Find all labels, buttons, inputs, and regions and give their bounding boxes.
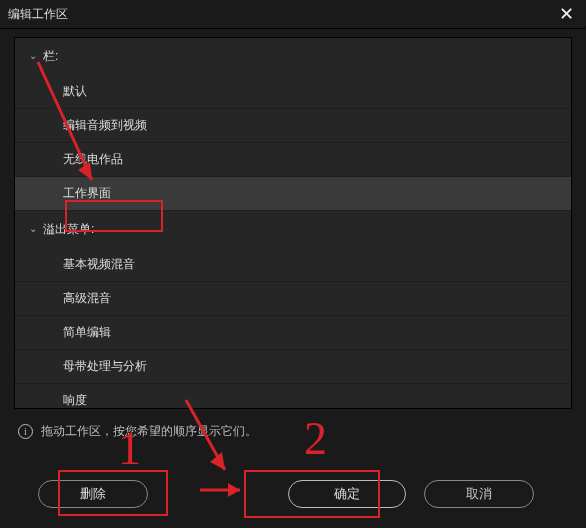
close-icon[interactable]: ✕ bbox=[555, 0, 578, 28]
list-item[interactable]: 母带处理与分析 bbox=[15, 350, 571, 384]
section-label: 溢出菜单: bbox=[43, 221, 94, 238]
section-header-overflow[interactable]: ⌄ 溢出菜单: bbox=[15, 211, 571, 248]
hint-text: 拖动工作区，按您希望的顺序显示它们。 bbox=[41, 423, 257, 440]
svg-marker-3 bbox=[210, 452, 225, 470]
title-bar: 编辑工作区 ✕ bbox=[0, 0, 586, 29]
delete-button[interactable]: 删除 bbox=[38, 480, 148, 508]
list-item-selected[interactable]: 工作界面 bbox=[15, 177, 571, 211]
section-label: 栏: bbox=[43, 48, 58, 65]
chevron-down-icon: ⌄ bbox=[29, 50, 37, 61]
list-item[interactable]: 编辑音频到视频 bbox=[15, 109, 571, 143]
list-item[interactable]: 无线电作品 bbox=[15, 143, 571, 177]
list-item[interactable]: 基本视频混音 bbox=[15, 248, 571, 282]
hint-row: i 拖动工作区，按您希望的顺序显示它们。 bbox=[14, 409, 572, 440]
list-item[interactable]: 高级混音 bbox=[15, 282, 571, 316]
list-item[interactable]: 简单编辑 bbox=[15, 316, 571, 350]
button-row: 删除 确定 取消 bbox=[0, 480, 586, 508]
ok-button[interactable]: 确定 bbox=[288, 480, 406, 508]
dialog-title: 编辑工作区 bbox=[8, 0, 68, 28]
list-item[interactable]: 默认 bbox=[15, 75, 571, 109]
list-item[interactable]: 响度 bbox=[15, 384, 571, 409]
info-icon: i bbox=[18, 424, 33, 439]
section-header-bar[interactable]: ⌄ 栏: bbox=[15, 38, 571, 75]
cancel-button[interactable]: 取消 bbox=[424, 480, 534, 508]
chevron-down-icon: ⌄ bbox=[29, 223, 37, 234]
dialog-body: ⌄ 栏: 默认 编辑音频到视频 无线电作品 工作界面 ⌄ 溢出菜单: 基本视频混… bbox=[0, 29, 586, 440]
workspace-list: ⌄ 栏: 默认 编辑音频到视频 无线电作品 工作界面 ⌄ 溢出菜单: 基本视频混… bbox=[14, 37, 572, 409]
